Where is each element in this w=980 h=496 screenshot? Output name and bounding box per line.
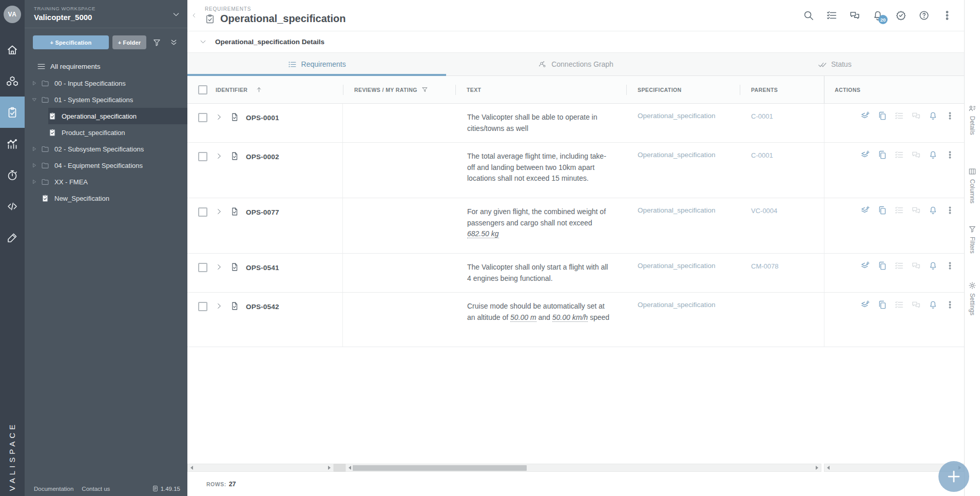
kebab-menu-icon[interactable] [941, 10, 953, 21]
collapsed-arrow-icon[interactable] [32, 81, 40, 86]
quality-seal-icon[interactable] [895, 10, 907, 21]
row-menu-icon[interactable] [945, 261, 955, 271]
add-child-icon[interactable] [860, 300, 870, 310]
expand-row-icon[interactable] [216, 113, 223, 142]
row-menu-icon[interactable] [945, 300, 955, 310]
collapsed-arrow-icon[interactable] [32, 179, 40, 184]
collapsed-arrow-icon[interactable] [32, 163, 40, 168]
vali-value[interactable]: 50.00 km/h [552, 313, 588, 322]
filter-tree-icon[interactable] [150, 36, 163, 49]
subscribe-bell-icon[interactable] [928, 111, 938, 121]
tab-connections-graph[interactable]: Connections Graph [446, 53, 705, 75]
duplicate-icon[interactable] [877, 111, 887, 121]
nav-scripting[interactable] [0, 190, 25, 222]
tree-item-new-specification[interactable]: New_Specification [25, 190, 187, 206]
collapse-all-icon[interactable] [167, 36, 180, 49]
collapse-sidebar-icon[interactable] [187, 12, 201, 18]
expand-row-icon[interactable] [216, 302, 223, 347]
checklist-icon[interactable] [894, 261, 904, 271]
checklist-icon[interactable] [894, 205, 904, 215]
row-menu-icon[interactable] [945, 111, 955, 121]
row-checkbox[interactable] [198, 302, 207, 311]
tree-item-operational-specification[interactable]: Operational_specification [25, 108, 187, 124]
requirement-row[interactable]: OPS-0542Cruise mode should be automatica… [187, 293, 964, 347]
comments-icon[interactable] [911, 261, 921, 271]
row-menu-icon[interactable] [945, 205, 955, 215]
add-requirement-button[interactable] [938, 461, 969, 492]
nav-analyses[interactable] [0, 128, 25, 159]
comments-icon[interactable] [911, 205, 921, 215]
scroll-right-icon[interactable] [328, 466, 331, 470]
scroll-right-icon[interactable] [816, 466, 818, 470]
add-folder-button[interactable]: + Folder [112, 35, 146, 49]
requirement-row[interactable]: OPS-0001The Valicopter shall be able to … [187, 104, 964, 143]
scroll-left-icon[interactable] [349, 466, 351, 470]
subscribe-bell-icon[interactable] [928, 205, 938, 215]
tree-item-02-subsystem-specifications[interactable]: 02 - Subsystem Specifications [25, 141, 187, 157]
add-child-icon[interactable] [860, 150, 870, 160]
duplicate-icon[interactable] [877, 205, 887, 215]
duplicate-icon[interactable] [877, 261, 887, 271]
parent-link[interactable]: VC-0004 [751, 207, 777, 215]
column-filter-icon[interactable] [421, 86, 428, 93]
specification-link[interactable]: Operational_specification [638, 262, 716, 270]
specification-link[interactable]: Operational_specification [638, 206, 716, 214]
chevron-down-icon[interactable] [200, 39, 206, 45]
add-child-icon[interactable] [860, 111, 870, 121]
requirement-row[interactable]: OPS-0077For any given flight, the combin… [187, 198, 964, 254]
comments-icon[interactable] [911, 300, 921, 310]
specification-link[interactable]: Operational_specification [638, 151, 716, 159]
details-collapsible-bar[interactable]: Operational_specification Details [187, 31, 964, 53]
expanded-arrow-icon[interactable] [32, 97, 40, 102]
row-checkbox[interactable] [198, 207, 207, 217]
sort-ascending-icon[interactable] [256, 86, 262, 93]
select-all-checkbox[interactable] [198, 85, 207, 94]
add-specification-button[interactable]: + Specification [33, 35, 109, 49]
panel-toggle-settings[interactable]: Settings [965, 281, 980, 315]
chevron-down-icon[interactable] [172, 10, 180, 18]
notifications-bell-icon[interactable]: 20 [872, 10, 883, 21]
help-icon[interactable] [918, 10, 930, 21]
subscribe-bell-icon[interactable] [928, 261, 938, 271]
vali-value[interactable]: 682.50 kg [467, 230, 499, 238]
scrollbar-main[interactable] [345, 464, 821, 472]
scrollbar-frozen-left[interactable] [187, 464, 334, 472]
requirement-row[interactable]: OPS-0002The total average flight time, i… [187, 143, 964, 198]
specification-link[interactable]: Operational_specification [638, 301, 716, 309]
tree-item-00-input-specifications[interactable]: 00 - Input Specifications [25, 75, 187, 91]
nav-requirements[interactable] [0, 97, 25, 128]
parent-link[interactable]: CM-0078 [751, 262, 778, 270]
add-child-icon[interactable] [860, 261, 870, 271]
comments-icon[interactable] [911, 111, 921, 121]
comments-icon[interactable] [911, 150, 921, 160]
scrollbar-thumb[interactable] [353, 465, 527, 471]
subscribe-bell-icon[interactable] [928, 300, 938, 310]
tab-requirements[interactable]: Requirements [187, 53, 446, 75]
parent-link[interactable]: C-0001 [751, 151, 773, 159]
scroll-left-icon[interactable] [190, 466, 193, 470]
row-checkbox[interactable] [198, 263, 207, 272]
nav-simulations[interactable] [0, 159, 25, 190]
vali-value[interactable]: 50.00 m [510, 313, 536, 322]
tree-item-01-system-specifications[interactable]: 01 - System Specifications [25, 91, 187, 108]
tree-item-04-equipment-specifications[interactable]: 04 - Equipment Specifications [25, 157, 187, 174]
tree-item-xx-fmea[interactable]: XX - FMEA [25, 174, 187, 190]
duplicate-icon[interactable] [877, 300, 887, 310]
comments-icon[interactable] [849, 10, 860, 21]
panel-toggle-filters[interactable]: Filters [965, 225, 980, 254]
tree-item-product-specification[interactable]: Product_specification [25, 124, 187, 141]
documentation-link[interactable]: Documentation [34, 486, 73, 492]
duplicate-icon[interactable] [877, 150, 887, 160]
expand-row-icon[interactable] [216, 152, 223, 198]
subscribe-bell-icon[interactable] [928, 150, 938, 160]
nav-home[interactable] [0, 34, 25, 65]
checklist-icon[interactable] [894, 150, 904, 160]
nav-testing[interactable] [0, 222, 25, 253]
tab-status[interactable]: Status [705, 53, 964, 75]
expand-row-icon[interactable] [216, 208, 223, 253]
panel-toggle-details[interactable]: Details [965, 104, 980, 135]
add-child-icon[interactable] [860, 205, 870, 215]
checklist-icon[interactable] [894, 300, 904, 310]
specification-link[interactable]: Operational_specification [638, 112, 716, 120]
scroll-left-icon[interactable] [827, 466, 830, 470]
